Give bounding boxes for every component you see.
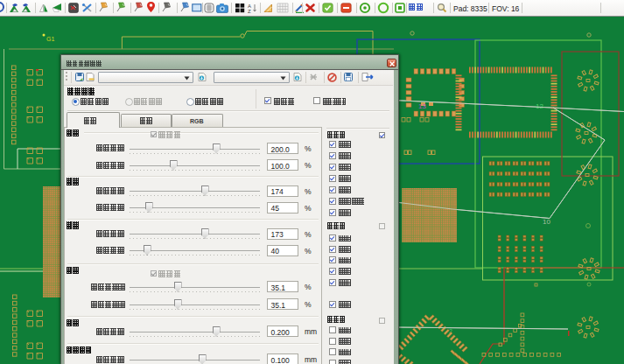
svg-text:Z: Z bbox=[248, 9, 251, 14]
svg-text:G1: G1 bbox=[46, 36, 54, 42]
svg-text:13: 13 bbox=[418, 102, 426, 110]
svg-text:12: 12 bbox=[536, 102, 543, 110]
svg-text:10: 10 bbox=[543, 218, 550, 226]
